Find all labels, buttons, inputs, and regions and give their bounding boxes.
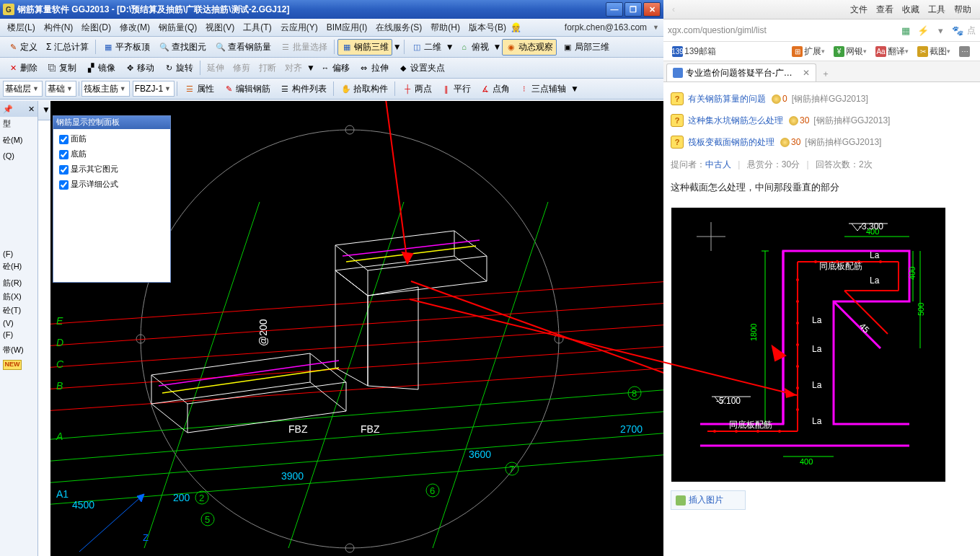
qr-icon[interactable]: ▦ <box>899 24 912 37</box>
question-link[interactable]: 有关钢筋算量的问题 <box>688 93 766 105</box>
chevron-left-icon[interactable]: ‹ <box>672 4 675 14</box>
question-link[interactable]: 筏板变截面钢筋的处理 <box>688 136 774 149</box>
minimize-button[interactable]: — <box>606 2 623 17</box>
menu-component[interactable]: 构件(N) <box>40 20 78 35</box>
menu-tools[interactable]: 工具(T) <box>239 20 275 35</box>
model-viewport[interactable]: ED CB A 2 6 7 5 8 @200 FBZ FBZ 4500 A1 2… <box>50 101 663 556</box>
view-rebar-button[interactable]: 🔍查看钢筋量 <box>211 39 275 56</box>
checkbox[interactable] <box>59 150 69 159</box>
lightning-icon[interactable]: ⚡ <box>917 24 930 37</box>
menu-modify[interactable]: 修改(M) <box>115 20 154 35</box>
layer-select[interactable]: 基础层▼ <box>3 81 43 97</box>
parallel-button[interactable]: ‖平行 <box>437 81 474 97</box>
ext-translate[interactable]: Aa翻译▾ <box>875 45 909 58</box>
checkbox[interactable] <box>59 135 69 144</box>
pin-icon[interactable]: 📌 <box>3 105 13 114</box>
sum-button[interactable]: Σ 汇总计算 <box>43 39 92 56</box>
pick-angle-button[interactable]: ∡点角 <box>476 81 513 97</box>
ext-more[interactable]: ⋯ <box>959 46 971 57</box>
checkbox[interactable] <box>59 165 69 175</box>
offset-button[interactable]: ↔偏移 <box>316 60 353 76</box>
three-aux-button[interactable]: ⁝三点辅轴 <box>515 81 570 97</box>
bmenu-tools[interactable]: 工具 <box>928 4 945 16</box>
flat-slab-button[interactable]: ▦平齐板顶 <box>99 39 154 56</box>
trim-button[interactable]: 修剪 <box>229 60 254 76</box>
category-select[interactable]: 基础▼ <box>45 81 76 97</box>
delete-button[interactable]: ✕删除 <box>4 60 41 76</box>
ext-screenshot[interactable]: ✂截图▾ <box>917 45 950 58</box>
origin-button[interactable]: ◆设置夹点 <box>394 60 449 76</box>
batch-select-button[interactable]: ☰批量选择 <box>276 39 331 56</box>
insert-image-button[interactable]: 插入图片 <box>671 490 746 510</box>
ext-139mail[interactable]: 139139邮箱 <box>672 45 716 58</box>
copy-button[interactable]: ⿻复制 <box>43 60 80 76</box>
subcat-select[interactable]: 筏板主筋▼ <box>81 81 130 97</box>
find-element-button[interactable]: 🔍查找图元 <box>155 39 210 56</box>
chevron-down-icon[interactable]: ▼ <box>446 42 454 52</box>
two-point-button[interactable]: ┼两点 <box>398 81 436 97</box>
rebar-3d-button[interactable]: ▦钢筋三维 <box>337 39 392 56</box>
dock-item[interactable]: 砼(H) <box>0 260 37 273</box>
asker-link[interactable]: 中古人 <box>705 159 731 169</box>
chk-other[interactable]: 显示其它图元 <box>56 162 167 177</box>
code-select[interactable]: FBZJ-1▼ <box>133 81 175 97</box>
chk-formula[interactable]: 显示详细公式 <box>56 177 167 193</box>
chevron-down-icon[interactable]: ▼ <box>493 42 502 52</box>
dock-item[interactable]: (Q) <box>0 150 37 162</box>
bmenu-fav[interactable]: 收藏 <box>902 4 919 16</box>
orbit-button[interactable]: ◉动态观察 <box>502 39 557 56</box>
question-link[interactable]: 这种集水坑钢筋怎么处理 <box>688 115 783 127</box>
menu-draw[interactable]: 绘图(D) <box>77 20 115 35</box>
pick-component-button[interactable]: ✋拾取构件 <box>337 81 392 97</box>
menu-cloud[interactable]: 云应用(Y) <box>276 20 322 35</box>
dock-item[interactable]: 砼(M) <box>0 133 37 147</box>
top-view-button[interactable]: ⌂俯视 <box>455 39 493 56</box>
menu-view[interactable]: 视图(V) <box>201 20 239 35</box>
chk-bottom-rebar[interactable]: 底筋 <box>56 147 167 162</box>
page-content[interactable]: ? 有关钢筋算量的问题 0 [钢筋抽样GGJ2013] ? 这种集水坑钢筋怎么处… <box>663 82 980 556</box>
ext-expand[interactable]: ⊞扩展▾ <box>792 45 825 58</box>
maximize-button[interactable]: ❐ <box>624 2 642 17</box>
new-tab-button[interactable]: ＋ <box>818 66 834 81</box>
dock-header[interactable]: 📌 ✕ <box>0 101 37 117</box>
bmenu-file[interactable]: 文件 <box>850 4 868 16</box>
close-tab-icon[interactable]: ✕ <box>803 68 810 78</box>
close-dock-icon[interactable]: ✕ <box>28 105 35 114</box>
local-3d-button[interactable]: ▣局部三维 <box>558 39 613 56</box>
menu-help[interactable]: 帮助(H) <box>426 20 464 35</box>
view-2d-button[interactable]: ◫二维 <box>407 39 445 56</box>
extend-button[interactable]: 延伸 <box>203 60 228 76</box>
chevron-down-icon[interactable]: ▼ <box>306 63 315 73</box>
dock-item[interactable]: 砼(T) <box>0 304 37 317</box>
dock-item[interactable]: 型 <box>0 117 37 131</box>
stretch-button[interactable]: ⇔拉伸 <box>355 60 392 76</box>
chevron-down-icon[interactable]: ▼ <box>393 42 402 52</box>
bmenu-help[interactable]: 帮助 <box>954 4 971 16</box>
chevron-down-icon[interactable]: ▼ <box>651 24 661 31</box>
attr-button[interactable]: ☰属性 <box>180 81 218 97</box>
paw-icon[interactable]: 🐾 <box>951 24 964 37</box>
menu-bim[interactable]: BIM应用(I) <box>322 20 372 35</box>
dock-item[interactable]: (V) <box>0 317 37 329</box>
close-button[interactable]: ✕ <box>643 2 661 17</box>
mirror-button[interactable]: ▞镜像 <box>81 60 119 76</box>
panel-title[interactable]: 钢筋显示控制面板 <box>53 116 170 129</box>
dock-item[interactable]: 带(W) <box>0 343 37 357</box>
move-button[interactable]: ✥移动 <box>120 60 158 76</box>
menu-floor[interactable]: 楼层(L) <box>3 20 40 35</box>
user-email[interactable]: forpk.chen@163.com <box>565 22 651 32</box>
dock-item[interactable]: (F) <box>0 248 37 260</box>
ext-bank[interactable]: ¥网银▾ <box>834 45 867 58</box>
hardhat-icon[interactable]: 👷 <box>511 22 521 32</box>
chevron-down-icon[interactable]: ▼ <box>42 105 50 115</box>
split-button[interactable]: 打断 <box>255 60 280 76</box>
define-button[interactable]: ✎定义 <box>4 39 41 56</box>
checkbox[interactable] <box>59 180 69 190</box>
align-button[interactable]: 对齐 <box>281 60 306 76</box>
dock-item[interactable]: 筋(R) <box>0 276 37 290</box>
chevron-down-icon[interactable]: ▾ <box>934 24 947 37</box>
chevron-down-icon[interactable]: ▼ <box>570 84 579 94</box>
browser-tab[interactable]: 专业造价问题答疑平台-广联达 ✕ <box>666 63 816 81</box>
menu-version[interactable]: 版本号(B) <box>464 20 511 35</box>
chk-top-rebar[interactable]: 面筋 <box>56 132 167 147</box>
